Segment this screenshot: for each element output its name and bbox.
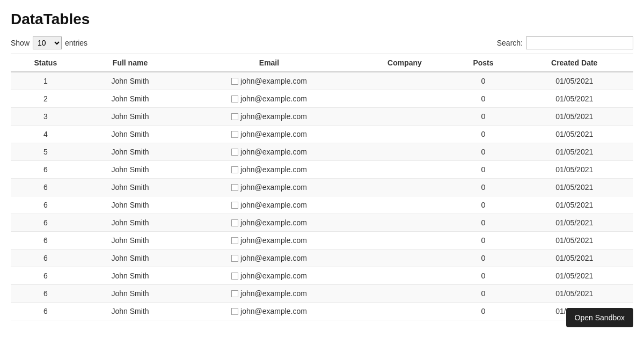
cell-company xyxy=(358,196,451,214)
cell-email[interactable]: john@example.com xyxy=(180,267,358,285)
cell-email[interactable]: john@example.com xyxy=(180,179,358,196)
email-checkbox[interactable] xyxy=(231,149,238,156)
cell-status: 6 xyxy=(11,249,80,267)
email-text: john@example.com xyxy=(240,183,307,192)
email-checkbox[interactable] xyxy=(231,290,238,297)
cell-fullname: John Smith xyxy=(80,214,180,232)
email-text: john@example.com xyxy=(240,271,307,280)
cell-created: 01/05/2021 xyxy=(515,90,633,108)
cell-posts: 0 xyxy=(451,161,515,179)
page-title: DataTables xyxy=(11,11,633,28)
cell-company xyxy=(358,161,451,179)
cell-status: 6 xyxy=(11,179,80,196)
cell-company xyxy=(358,267,451,285)
cell-posts: 0 xyxy=(451,72,515,90)
cell-created: 01/05/2021 xyxy=(515,214,633,232)
table-row: 6John Smithjohn@example.com001/05/2021 xyxy=(11,249,633,267)
cell-created: 01/05/2021 xyxy=(515,249,633,267)
email-checkbox[interactable] xyxy=(231,255,238,262)
table-row: 6John Smithjohn@example.com001/05/2021 xyxy=(11,196,633,214)
cell-email[interactable]: john@example.com xyxy=(180,196,358,214)
cell-email[interactable]: john@example.com xyxy=(180,285,358,303)
email-checkbox[interactable] xyxy=(231,202,238,209)
cell-email[interactable]: john@example.com xyxy=(180,108,358,126)
cell-status: 2 xyxy=(11,90,80,108)
table-row: 5John Smithjohn@example.com001/05/2021 xyxy=(11,143,633,161)
cell-email[interactable]: john@example.com xyxy=(180,126,358,143)
email-checkbox[interactable] xyxy=(231,166,238,173)
email-text: john@example.com xyxy=(240,307,307,315)
cell-fullname: John Smith xyxy=(80,143,180,161)
search-control: Search: xyxy=(497,36,633,49)
cell-company xyxy=(358,249,451,267)
cell-posts: 0 xyxy=(451,285,515,303)
cell-company xyxy=(358,108,451,126)
email-text: john@example.com xyxy=(240,165,307,174)
cell-status: 6 xyxy=(11,267,80,285)
cell-posts: 0 xyxy=(451,303,515,320)
cell-status: 4 xyxy=(11,126,80,143)
email-text: john@example.com xyxy=(240,254,307,262)
email-text: john@example.com xyxy=(240,289,307,298)
col-header-created: Created Date xyxy=(515,54,633,72)
cell-posts: 0 xyxy=(451,90,515,108)
table-row: 3John Smithjohn@example.com001/05/2021 xyxy=(11,108,633,126)
cell-company xyxy=(358,72,451,90)
cell-status: 6 xyxy=(11,214,80,232)
cell-fullname: John Smith xyxy=(80,126,180,143)
table-row: 6John Smithjohn@example.com001/05/2021 xyxy=(11,161,633,179)
cell-created: 01/05/2021 xyxy=(515,143,633,161)
table-row: 2John Smithjohn@example.com001/05/2021 xyxy=(11,90,633,108)
table-row: 6John Smithjohn@example.com001/05/2021 xyxy=(11,267,633,285)
cell-status: 5 xyxy=(11,143,80,161)
cell-created: 01/05/2021 xyxy=(515,232,633,249)
cell-created: 01/05/2021 xyxy=(515,196,633,214)
cell-email[interactable]: john@example.com xyxy=(180,249,358,267)
email-checkbox[interactable] xyxy=(231,95,238,102)
email-text: john@example.com xyxy=(240,112,307,121)
entries-label: entries xyxy=(65,39,87,47)
entries-select[interactable]: 10 25 50 100 xyxy=(33,36,62,49)
cell-email[interactable]: john@example.com xyxy=(180,72,358,90)
cell-posts: 0 xyxy=(451,108,515,126)
controls-bar: Show 10 25 50 100 entries Search: xyxy=(11,36,633,49)
cell-email[interactable]: john@example.com xyxy=(180,143,358,161)
email-text: john@example.com xyxy=(240,201,307,209)
cell-created: 01/05/2021 xyxy=(515,126,633,143)
email-checkbox[interactable] xyxy=(231,308,238,315)
cell-email[interactable]: john@example.com xyxy=(180,232,358,249)
email-checkbox[interactable] xyxy=(231,273,238,280)
search-input[interactable] xyxy=(526,36,633,49)
cell-company xyxy=(358,179,451,196)
cell-fullname: John Smith xyxy=(80,179,180,196)
cell-email[interactable]: john@example.com xyxy=(180,161,358,179)
email-checkbox[interactable] xyxy=(231,113,238,120)
cell-status: 6 xyxy=(11,285,80,303)
cell-posts: 0 xyxy=(451,267,515,285)
cell-posts: 0 xyxy=(451,143,515,161)
cell-company xyxy=(358,126,451,143)
email-checkbox[interactable] xyxy=(231,131,238,138)
search-label: Search: xyxy=(497,39,523,47)
cell-email[interactable]: john@example.com xyxy=(180,303,358,320)
email-checkbox[interactable] xyxy=(231,237,238,244)
cell-fullname: John Smith xyxy=(80,72,180,90)
email-text: john@example.com xyxy=(240,236,307,245)
cell-company xyxy=(358,143,451,161)
table-row: 6John Smithjohn@example.com001/05/2021 xyxy=(11,179,633,196)
cell-company xyxy=(358,303,451,320)
show-label: Show xyxy=(11,39,30,47)
cell-fullname: John Smith xyxy=(80,303,180,320)
email-checkbox[interactable] xyxy=(231,219,238,226)
cell-created: 01/05/2021 xyxy=(515,179,633,196)
sandbox-toast[interactable]: Open Sandbox xyxy=(566,308,633,327)
cell-email[interactable]: john@example.com xyxy=(180,90,358,108)
cell-email[interactable]: john@example.com xyxy=(180,214,358,232)
cell-posts: 0 xyxy=(451,232,515,249)
email-checkbox[interactable] xyxy=(231,184,238,191)
email-checkbox[interactable] xyxy=(231,78,238,85)
cell-fullname: John Smith xyxy=(80,249,180,267)
cell-posts: 0 xyxy=(451,214,515,232)
cell-status: 1 xyxy=(11,72,80,90)
col-header-email: Email xyxy=(180,54,358,72)
